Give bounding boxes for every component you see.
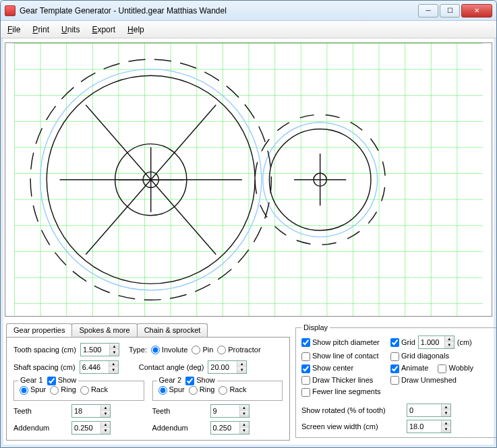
spinner[interactable]: ▲▼: [237, 361, 246, 373]
tab-page-gear-properties: Tooth spacing (cm) ▲▼ Type: Involute Pin…: [6, 337, 290, 441]
grid-unit-label: (cm): [457, 338, 472, 346]
display-group: Display Show pitch diameter Grid ▲▼ (cm)…: [295, 323, 497, 437]
menu-print[interactable]: Print: [32, 25, 49, 34]
gear2-spur-radio[interactable]: Spur: [158, 385, 185, 395]
gear2-legend: Gear 2: [159, 376, 182, 384]
show-line-contact-checkbox[interactable]: Show line of contact: [301, 352, 378, 361]
menu-units[interactable]: Units: [61, 25, 80, 34]
app-window: Gear Template Generator - Untitled.gear …: [0, 0, 497, 448]
menu-file[interactable]: File: [7, 25, 20, 34]
screen-width-input[interactable]: ▲▼: [407, 420, 451, 433]
gear1-show-checkbox[interactable]: Show: [47, 376, 77, 384]
bottom-panels: Gear properties Spokes & more Chain & sp…: [1, 321, 496, 447]
close-button[interactable]: ✕: [461, 4, 492, 18]
window-buttons: ─ ☐ ✕: [418, 4, 492, 18]
addendum1-label: Addendum: [13, 424, 67, 432]
show-pitch-checkbox[interactable]: Show pitch diameter: [301, 338, 380, 348]
show-center-checkbox[interactable]: Show center: [301, 364, 353, 373]
minimize-button[interactable]: ─: [418, 4, 438, 18]
grid-checkbox[interactable]: Grid: [390, 338, 415, 348]
show-rotated-input[interactable]: ▲▼: [407, 404, 451, 417]
teeth2-label: Teeth: [152, 407, 206, 415]
tab-spokes[interactable]: Spokes & more: [71, 323, 137, 337]
contact-angle-field[interactable]: [208, 361, 237, 373]
addendum1-input[interactable]: ▲▼: [71, 421, 111, 435]
grid-diag-checkbox[interactable]: Grid diagonals: [390, 352, 449, 361]
gear1-legend: Gear 1: [20, 376, 43, 384]
draw-unmeshed-checkbox[interactable]: Draw Unmeshed: [390, 376, 457, 385]
titlebar: Gear Template Generator - Untitled.gear …: [1, 1, 496, 21]
right-panel: Display Show pitch diameter Grid ▲▼ (cm)…: [295, 323, 491, 441]
addendum2-label: Addendum: [152, 424, 206, 432]
tooth-spacing-input[interactable]: ▲▼: [80, 343, 119, 356]
spinner[interactable]: ▲▼: [109, 361, 118, 373]
gear-svg: [5, 43, 492, 316]
type-pin-radio[interactable]: Pin: [192, 346, 213, 355]
fewer-segments-checkbox[interactable]: Fewer line segments: [301, 387, 381, 397]
gear2-rack-radio[interactable]: Rack: [218, 385, 246, 395]
teeth2-input[interactable]: ▲▼: [210, 404, 250, 418]
type-label: Type:: [129, 346, 147, 354]
tooth-spacing-label: Tooth spacing (cm): [13, 346, 76, 354]
tab-gear-properties[interactable]: Gear properties: [6, 323, 72, 337]
animate-checkbox[interactable]: Animate: [390, 364, 428, 373]
addendum2-input[interactable]: ▲▼: [210, 421, 250, 435]
gear1-ring-radio[interactable]: Ring: [50, 385, 76, 395]
spinner[interactable]: ▲▼: [109, 344, 119, 356]
contact-angle-label: Contact angle (deg): [139, 363, 204, 371]
menu-export[interactable]: Export: [92, 25, 115, 34]
shaft-spacing-input[interactable]: ▲▼: [80, 360, 119, 374]
gear2-show-checkbox[interactable]: Show: [185, 376, 215, 384]
maximize-button[interactable]: ☐: [440, 4, 460, 18]
tooth-spacing-field[interactable]: [81, 344, 109, 356]
gear1-spur-radio[interactable]: Spur: [20, 385, 46, 395]
teeth1-input[interactable]: ▲▼: [71, 404, 111, 418]
gear1-rack-radio[interactable]: Rack: [80, 385, 108, 395]
wobbly-checkbox[interactable]: Wobbly: [438, 364, 473, 373]
tab-strip: Gear properties Spokes & more Chain & sp…: [6, 323, 290, 337]
shaft-spacing-label: Shaft spacing (cm): [13, 363, 76, 371]
type-protractor-radio[interactable]: Protractor: [217, 346, 260, 355]
tab-chain[interactable]: Chain & sprocket: [137, 323, 208, 337]
teeth1-label: Teeth: [13, 407, 67, 415]
type-involute-radio[interactable]: Involute: [151, 346, 188, 355]
display-legend: Display: [301, 323, 330, 331]
app-icon: [5, 5, 16, 16]
menu-help[interactable]: Help: [127, 25, 144, 34]
gear1-group: Gear 1 Show Spur Ring Rack: [13, 381, 144, 401]
gear2-ring-radio[interactable]: Ring: [189, 385, 215, 395]
draw-thicker-checkbox[interactable]: Draw Thicker lines: [301, 376, 373, 385]
contact-angle-input[interactable]: ▲▼: [208, 360, 247, 374]
gear2-group: Gear 2 Show Spur Ring Rack: [152, 381, 283, 401]
menubar: File Print Units Export Help: [1, 21, 496, 38]
show-rotated-label: Show rotated (% of tooth): [301, 406, 403, 414]
shaft-spacing-field[interactable]: [80, 361, 109, 373]
window-title: Gear Template Generator - Untitled.gear …: [20, 6, 418, 15]
screen-width-label: Screen view width (cm): [301, 422, 403, 430]
gear-canvas[interactable]: [5, 42, 492, 317]
grid-size-input[interactable]: ▲▼: [418, 335, 455, 349]
left-panel: Gear properties Spokes & more Chain & sp…: [6, 323, 290, 441]
